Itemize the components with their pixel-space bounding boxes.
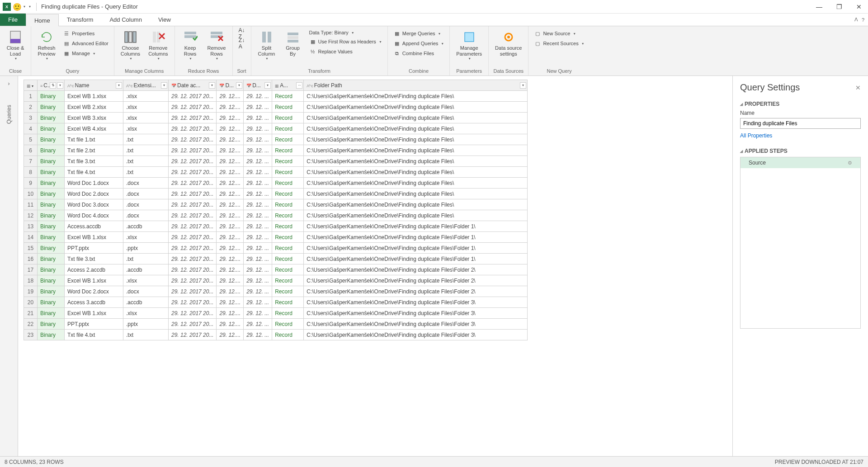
cell-date-accessed[interactable]: 29. 12. 2017 20... [169, 330, 217, 340]
cell-folder-path[interactable]: C:\Users\GašperKamenšek\OneDrive\Finding… [304, 199, 528, 210]
cell-name[interactable]: Excel WB 2.xlsx [65, 102, 123, 113]
table-row[interactable]: 7BinaryTxt file 3.txt.txt29. 12. 2017 20… [24, 156, 528, 167]
cell-date-modified[interactable]: 29. 12.... [217, 178, 244, 189]
cell-date-accessed[interactable]: 29. 12. 2017 20... [169, 113, 217, 123]
cell-extension[interactable]: .accdb [123, 221, 169, 232]
cell-date-modified[interactable]: 29. 12.... [217, 134, 244, 145]
sort-desc-button[interactable]: Z↓A [236, 39, 247, 48]
table-row[interactable]: 13BinaryAccess.accdb.accdb29. 12. 2017 2… [24, 221, 528, 232]
cell-name[interactable]: Access 3.accdb [65, 297, 123, 308]
cell-content[interactable]: Binary [38, 102, 65, 113]
row-number[interactable]: 22 [24, 319, 38, 330]
cell-content[interactable]: Binary [38, 232, 65, 243]
cell-date-created[interactable]: 29. 12. ... [244, 113, 272, 123]
cell-date-accessed[interactable]: 29. 12. 2017 20... [169, 210, 217, 221]
cell-extension[interactable]: .txt [123, 330, 169, 340]
cell-attributes[interactable]: Record [272, 189, 304, 199]
replace-values-button[interactable]: ½Replace Values [307, 47, 384, 56]
col-header-attributes[interactable]: ▦A...↔ [272, 80, 304, 91]
cell-date-modified[interactable]: 29. 12.... [217, 145, 244, 156]
row-number[interactable]: 20 [24, 297, 38, 308]
cell-date-created[interactable]: 29. 12. ... [244, 254, 272, 264]
cell-date-accessed[interactable]: 29. 12. 2017 20... [169, 167, 217, 178]
cell-date-modified[interactable]: 29. 12.... [217, 319, 244, 330]
minimize-button[interactable]: — [813, 2, 826, 12]
cell-date-modified[interactable]: 29. 12.... [217, 113, 244, 123]
table-row[interactable]: 4BinaryExcel WB 4.xlsx.xlsx29. 12. 2017 … [24, 123, 528, 134]
cell-date-modified[interactable]: 29. 12.... [217, 330, 244, 340]
cell-date-created[interactable]: 29. 12. ... [244, 123, 272, 134]
data-grid-container[interactable]: ▦▾ ≡C...⇅▾ AᵇcName▾ AᵇcExtensi...▾ 📅Date… [18, 76, 732, 456]
cell-content[interactable]: Binary [38, 221, 65, 232]
cell-extension[interactable]: .xlsx [123, 275, 169, 286]
cell-attributes[interactable]: Record [272, 319, 304, 330]
cell-extension[interactable]: .xlsx [123, 123, 169, 134]
cell-date-modified[interactable]: 29. 12.... [217, 102, 244, 113]
cell-name[interactable]: Word Doc 2.docx [65, 189, 123, 199]
cell-attributes[interactable]: Record [272, 102, 304, 113]
cell-date-created[interactable]: 29. 12. ... [244, 199, 272, 210]
cell-folder-path[interactable]: C:\Users\GašperKamenšek\OneDrive\Finding… [304, 243, 528, 254]
cell-name[interactable]: Access.accdb [65, 221, 123, 232]
cell-attributes[interactable]: Record [272, 308, 304, 319]
filter-icon[interactable]: ▾ [161, 82, 167, 89]
row-number[interactable]: 6 [24, 145, 38, 156]
cell-attributes[interactable]: Record [272, 221, 304, 232]
manage-button[interactable]: ▦Manage▼ [61, 49, 110, 58]
row-number[interactable]: 12 [24, 210, 38, 221]
cell-content[interactable]: Binary [38, 123, 65, 134]
recent-sources-button[interactable]: ▢Recent Sources▼ [532, 39, 586, 48]
cell-date-accessed[interactable]: 29. 12. 2017 20... [169, 243, 217, 254]
cell-date-accessed[interactable]: 29. 12. 2017 20... [169, 286, 217, 297]
data-source-settings-button[interactable]: Data source settings [492, 28, 524, 59]
cell-folder-path[interactable]: C:\Users\GašperKamenšek\OneDrive\Finding… [304, 232, 528, 243]
expand-icon[interactable]: ↔ [296, 82, 302, 89]
cell-content[interactable]: Binary [38, 264, 65, 275]
cell-date-accessed[interactable]: 29. 12. 2017 20... [169, 199, 217, 210]
data-type-button[interactable]: Data Type: Binary▼ [307, 29, 384, 36]
table-row[interactable]: 3BinaryExcel WB 3.xlsx.xlsx29. 12. 2017 … [24, 113, 528, 123]
col-header-date-modified[interactable]: 📅D...▾ [217, 80, 244, 91]
cell-extension[interactable]: .txt [123, 145, 169, 156]
maximize-button[interactable]: ❐ [833, 2, 845, 12]
cell-date-accessed[interactable]: 29. 12. 2017 20... [169, 178, 217, 189]
cell-date-created[interactable]: 29. 12. ... [244, 308, 272, 319]
cell-date-modified[interactable]: 29. 12.... [217, 232, 244, 243]
cell-date-accessed[interactable]: 29. 12. 2017 20... [169, 102, 217, 113]
table-row[interactable]: 21BinaryExcel WB 1.xlsx.xlsx29. 12. 2017… [24, 308, 528, 319]
cell-folder-path[interactable]: C:\Users\GašperKamenšek\OneDrive\Finding… [304, 221, 528, 232]
cell-extension[interactable]: .xlsx [123, 113, 169, 123]
col-header-folder-path[interactable]: AᵇcFolder Path▾ [304, 80, 528, 91]
cell-name[interactable]: Word Doc 3.docx [65, 199, 123, 210]
cell-attributes[interactable]: Record [272, 264, 304, 275]
table-row[interactable]: 1BinaryExcel WB 1.xlsx.xlsx29. 12. 2017 … [24, 91, 528, 102]
cell-date-created[interactable]: 29. 12. ... [244, 91, 272, 102]
cell-date-created[interactable]: 29. 12. ... [244, 156, 272, 167]
cell-extension[interactable]: .docx [123, 199, 169, 210]
sort-asc-button[interactable]: A↓Z [236, 29, 247, 38]
cell-date-accessed[interactable]: 29. 12. 2017 20... [169, 91, 217, 102]
cell-name[interactable]: Txt file 4.txt [65, 167, 123, 178]
table-row[interactable]: 8BinaryTxt file 4.txt.txt29. 12. 2017 20… [24, 167, 528, 178]
first-row-headers-button[interactable]: ▦Use First Row as Headers▼ [307, 37, 384, 46]
row-number[interactable]: 10 [24, 189, 38, 199]
cell-folder-path[interactable]: C:\Users\GašperKamenšek\OneDrive\Finding… [304, 189, 528, 199]
close-and-load-button[interactable]: Close & Load ▼ [4, 28, 27, 62]
cell-date-created[interactable]: 29. 12. ... [244, 189, 272, 199]
table-row[interactable]: 12BinaryWord Doc 4.docx.docx29. 12. 2017… [24, 210, 528, 221]
split-column-button[interactable]: Split Column ▼ [255, 28, 278, 62]
cell-folder-path[interactable]: C:\Users\GašperKamenšek\OneDrive\Finding… [304, 123, 528, 134]
cell-date-modified[interactable]: 29. 12.... [217, 297, 244, 308]
cell-date-modified[interactable]: 29. 12.... [217, 275, 244, 286]
col-header-name[interactable]: AᵇcName▾ [65, 80, 123, 91]
table-row[interactable]: 14BinaryExcel WB 1.xlsx.xlsx29. 12. 2017… [24, 232, 528, 243]
queries-rail-label[interactable]: Queries [6, 105, 12, 124]
cell-date-accessed[interactable]: 29. 12. 2017 20... [169, 308, 217, 319]
cell-extension[interactable]: .accdb [123, 297, 169, 308]
cell-date-created[interactable]: 29. 12. ... [244, 210, 272, 221]
cell-name[interactable]: Txt file 1.txt [65, 134, 123, 145]
cell-name[interactable]: Word Doc 2.docx [65, 286, 123, 297]
cell-name[interactable]: Excel WB 4.xlsx [65, 123, 123, 134]
table-row[interactable]: 19BinaryWord Doc 2.docx.docx29. 12. 2017… [24, 286, 528, 297]
cell-extension[interactable]: .docx [123, 210, 169, 221]
